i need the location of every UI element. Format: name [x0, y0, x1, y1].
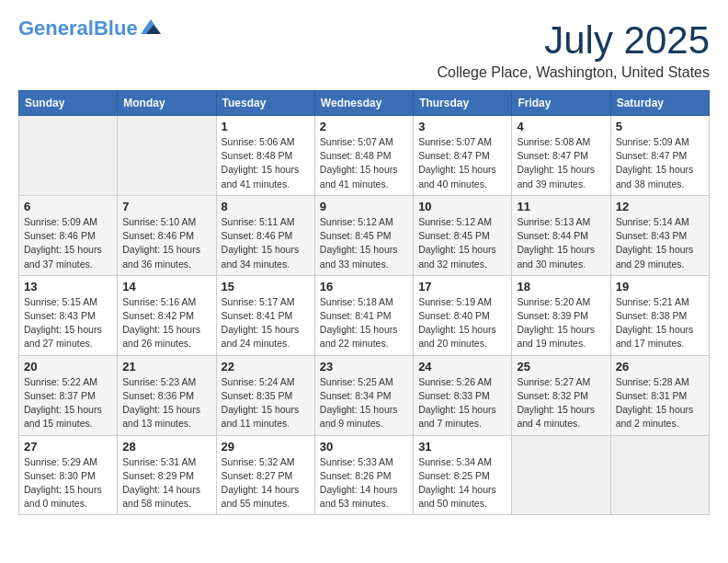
week-row-1: 6Sunrise: 5:09 AMSunset: 8:46 PMDaylight… [19, 195, 710, 275]
day-info: Sunrise: 5:06 AMSunset: 8:48 PMDaylight:… [222, 135, 310, 191]
day-number: 16 [320, 280, 408, 293]
header-day-sunday: Sunday [19, 91, 118, 116]
header-day-tuesday: Tuesday [216, 91, 314, 116]
day-info: Sunrise: 5:28 AMSunset: 8:31 PMDaylight:… [616, 375, 704, 431]
day-info: Sunrise: 5:15 AMSunset: 8:43 PMDaylight:… [24, 295, 112, 351]
calendar-cell [512, 435, 610, 515]
calendar-cell: 14Sunrise: 5:16 AMSunset: 8:42 PMDayligh… [118, 275, 216, 355]
header-row: SundayMondayTuesdayWednesdayThursdayFrid… [19, 91, 710, 116]
day-info: Sunrise: 5:09 AMSunset: 8:46 PMDaylight:… [24, 215, 112, 271]
calendar-cell: 9Sunrise: 5:12 AMSunset: 8:45 PMDaylight… [314, 195, 413, 275]
calendar-cell [19, 116, 118, 196]
day-number: 18 [517, 280, 605, 293]
day-number: 1 [222, 120, 310, 133]
calendar-cell: 1Sunrise: 5:06 AMSunset: 8:48 PMDaylight… [216, 116, 314, 196]
calendar-cell: 24Sunrise: 5:26 AMSunset: 8:33 PMDayligh… [414, 355, 512, 435]
logo-blue: Blue [94, 17, 138, 40]
calendar-cell: 30Sunrise: 5:33 AMSunset: 8:26 PMDayligh… [314, 435, 413, 515]
calendar-cell [118, 116, 216, 196]
day-info: Sunrise: 5:31 AMSunset: 8:29 PMDaylight:… [122, 455, 210, 511]
header-day-saturday: Saturday [610, 91, 709, 116]
logo-text: GeneralBlue [18, 18, 138, 39]
calendar-cell: 16Sunrise: 5:18 AMSunset: 8:41 PMDayligh… [314, 275, 413, 355]
day-number: 3 [418, 120, 506, 133]
calendar-cell: 10Sunrise: 5:12 AMSunset: 8:45 PMDayligh… [414, 195, 512, 275]
calendar-cell: 19Sunrise: 5:21 AMSunset: 8:38 PMDayligh… [610, 275, 709, 355]
week-row-3: 20Sunrise: 5:22 AMSunset: 8:37 PMDayligh… [19, 355, 710, 435]
calendar-cell: 31Sunrise: 5:34 AMSunset: 8:25 PMDayligh… [414, 435, 512, 515]
day-info: Sunrise: 5:21 AMSunset: 8:38 PMDaylight:… [616, 295, 704, 351]
header-day-friday: Friday [512, 91, 610, 116]
day-info: Sunrise: 5:13 AMSunset: 8:44 PMDaylight:… [517, 215, 605, 271]
title-block: July 2025 College Place, Washington, Uni… [438, 18, 710, 81]
calendar-cell: 27Sunrise: 5:29 AMSunset: 8:30 PMDayligh… [19, 435, 118, 515]
day-number: 31 [418, 440, 506, 454]
day-info: Sunrise: 5:20 AMSunset: 8:39 PMDaylight:… [517, 295, 605, 351]
day-number: 2 [320, 120, 408, 133]
day-number: 21 [122, 360, 210, 373]
day-info: Sunrise: 5:27 AMSunset: 8:32 PMDaylight:… [517, 375, 605, 431]
logo: GeneralBlue [18, 18, 161, 39]
calendar-cell: 18Sunrise: 5:20 AMSunset: 8:39 PMDayligh… [512, 275, 610, 355]
day-number: 14 [122, 280, 210, 293]
calendar-header: SundayMondayTuesdayWednesdayThursdayFrid… [19, 91, 710, 116]
day-info: Sunrise: 5:32 AMSunset: 8:27 PMDaylight:… [222, 455, 310, 511]
day-number: 6 [24, 200, 112, 213]
day-number: 8 [222, 200, 310, 213]
day-number: 10 [418, 200, 506, 213]
day-info: Sunrise: 5:10 AMSunset: 8:46 PMDaylight:… [122, 215, 210, 271]
calendar-table: SundayMondayTuesdayWednesdayThursdayFrid… [18, 90, 710, 515]
calendar-cell: 11Sunrise: 5:13 AMSunset: 8:44 PMDayligh… [512, 195, 610, 275]
calendar-cell: 12Sunrise: 5:14 AMSunset: 8:43 PMDayligh… [610, 195, 709, 275]
day-info: Sunrise: 5:22 AMSunset: 8:37 PMDaylight:… [24, 375, 112, 431]
calendar-cell: 3Sunrise: 5:07 AMSunset: 8:47 PMDaylight… [414, 116, 512, 196]
day-number: 20 [24, 360, 112, 373]
calendar-cell: 25Sunrise: 5:27 AMSunset: 8:32 PMDayligh… [512, 355, 610, 435]
day-info: Sunrise: 5:24 AMSunset: 8:35 PMDaylight:… [222, 375, 310, 431]
day-number: 27 [24, 440, 112, 454]
day-info: Sunrise: 5:14 AMSunset: 8:43 PMDaylight:… [616, 215, 704, 271]
calendar-cell: 20Sunrise: 5:22 AMSunset: 8:37 PMDayligh… [19, 355, 118, 435]
day-number: 11 [517, 200, 605, 213]
calendar-cell: 29Sunrise: 5:32 AMSunset: 8:27 PMDayligh… [216, 435, 314, 515]
day-number: 13 [24, 280, 112, 293]
day-number: 7 [122, 200, 210, 213]
calendar-cell: 8Sunrise: 5:11 AMSunset: 8:46 PMDaylight… [216, 195, 314, 275]
day-number: 5 [616, 120, 704, 133]
logo-general: General [18, 17, 94, 40]
day-number: 28 [122, 440, 210, 454]
day-info: Sunrise: 5:07 AMSunset: 8:48 PMDaylight:… [320, 135, 408, 191]
header-day-monday: Monday [118, 91, 216, 116]
calendar-cell: 5Sunrise: 5:09 AMSunset: 8:47 PMDaylight… [610, 116, 709, 196]
calendar-cell: 21Sunrise: 5:23 AMSunset: 8:36 PMDayligh… [118, 355, 216, 435]
calendar-cell: 2Sunrise: 5:07 AMSunset: 8:48 PMDaylight… [314, 116, 413, 196]
day-number: 26 [616, 360, 704, 373]
calendar-cell: 6Sunrise: 5:09 AMSunset: 8:46 PMDaylight… [19, 195, 118, 275]
day-number: 9 [320, 200, 408, 213]
calendar-cell: 7Sunrise: 5:10 AMSunset: 8:46 PMDaylight… [118, 195, 216, 275]
day-info: Sunrise: 5:26 AMSunset: 8:33 PMDaylight:… [418, 375, 506, 431]
day-number: 15 [222, 280, 310, 293]
day-number: 4 [517, 120, 605, 133]
day-number: 25 [517, 360, 605, 373]
calendar-cell: 13Sunrise: 5:15 AMSunset: 8:43 PMDayligh… [19, 275, 118, 355]
calendar-cell: 22Sunrise: 5:24 AMSunset: 8:35 PMDayligh… [216, 355, 314, 435]
day-info: Sunrise: 5:33 AMSunset: 8:26 PMDaylight:… [320, 455, 408, 511]
calendar-cell [610, 435, 709, 515]
calendar-body: 1Sunrise: 5:06 AMSunset: 8:48 PMDaylight… [19, 116, 710, 515]
week-row-0: 1Sunrise: 5:06 AMSunset: 8:48 PMDaylight… [19, 116, 710, 196]
day-number: 23 [320, 360, 408, 373]
day-info: Sunrise: 5:11 AMSunset: 8:46 PMDaylight:… [222, 215, 310, 271]
day-number: 17 [418, 280, 506, 293]
day-number: 12 [616, 200, 704, 213]
day-info: Sunrise: 5:18 AMSunset: 8:41 PMDaylight:… [320, 295, 408, 351]
calendar-cell: 23Sunrise: 5:25 AMSunset: 8:34 PMDayligh… [314, 355, 413, 435]
month-title: July 2025 [438, 18, 710, 63]
day-info: Sunrise: 5:07 AMSunset: 8:47 PMDaylight:… [418, 135, 506, 191]
day-number: 24 [418, 360, 506, 373]
day-info: Sunrise: 5:29 AMSunset: 8:30 PMDaylight:… [24, 455, 112, 511]
logo-icon [141, 19, 161, 34]
day-info: Sunrise: 5:17 AMSunset: 8:41 PMDaylight:… [222, 295, 310, 351]
week-row-2: 13Sunrise: 5:15 AMSunset: 8:43 PMDayligh… [19, 275, 710, 355]
location-title: College Place, Washington, United States [438, 64, 710, 81]
